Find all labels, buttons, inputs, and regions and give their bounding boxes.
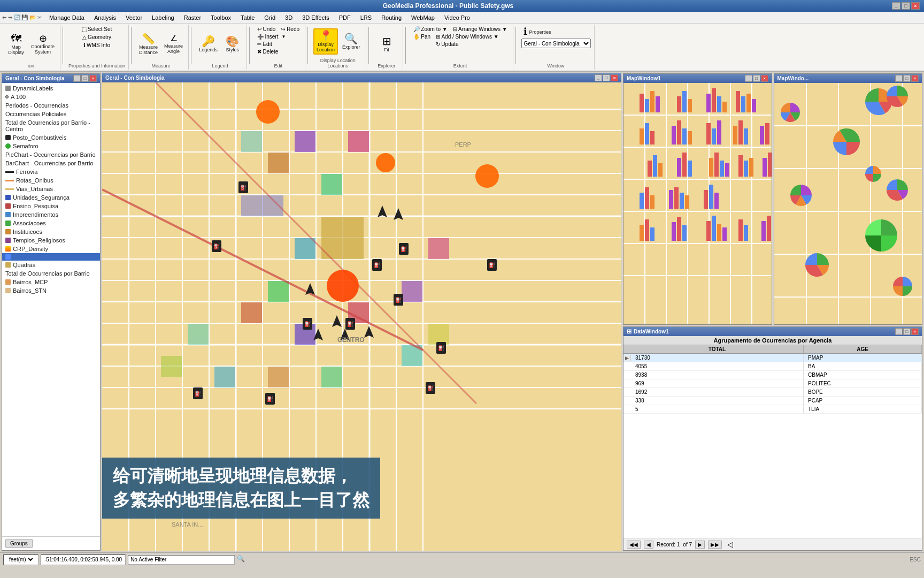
dw-close[interactable]: × — [911, 328, 919, 335]
measure-distance-btn[interactable]: 📏 MeasureDistance — [137, 32, 160, 56]
filter-icon[interactable]: 🔍 — [237, 555, 245, 565]
insert-dropdown-icon[interactable]: ▼ — [281, 34, 286, 39]
menu-raster[interactable]: Raster — [180, 13, 205, 22]
legend-item-empreendimentos[interactable]: Impreendimentos — [2, 210, 100, 219]
legend-item-total-barrio[interactable]: Total de Occurrencias por Barrio — [2, 269, 100, 278]
close-btn[interactable]: × — [911, 2, 920, 10]
menu-pdf[interactable]: PDF — [335, 13, 355, 22]
legend-item-selected[interactable] — [2, 253, 100, 261]
unit-select[interactable]: feet(m) — [7, 556, 35, 563]
edit-btn[interactable]: ✏ Edit — [255, 41, 274, 48]
nav-scroll[interactable]: ◁ — [727, 540, 733, 549]
nav-prev-btn[interactable]: ◀ — [644, 541, 653, 549]
legend-item-vias[interactable]: Vias_Urbanas — [2, 185, 100, 193]
menu-toolbox[interactable]: Toolbox — [206, 13, 235, 22]
menu-3d[interactable]: 3D — [281, 13, 297, 22]
legend-item-dynamic[interactable]: DynamicLabels — [2, 84, 100, 93]
arrange-windows-btn[interactable]: ⊟ Arrange Windows ▼ — [451, 26, 510, 33]
nav-last-btn[interactable]: ▶▶ — [708, 541, 722, 549]
redo-btn[interactable]: ↪ Redo — [279, 26, 302, 33]
legend-item-instituicoes[interactable]: Instituicoes — [2, 227, 100, 236]
measure-angle-btn[interactable]: ∠ MeasureAngle — [162, 33, 185, 55]
properties-btn[interactable]: ℹ Properties — [521, 26, 553, 37]
legend-close-btn[interactable]: × — [89, 75, 97, 82]
menu-manage-data[interactable]: Manage Data — [45, 13, 89, 22]
center-map-close[interactable]: × — [611, 74, 618, 81]
update-btn[interactable]: ↻ Update — [434, 41, 461, 48]
pan-btn[interactable]: ✋ Pan — [411, 33, 433, 40]
dw-maximize[interactable]: □ — [903, 328, 911, 335]
legend-item-rotas[interactable]: Rotas_Onibus — [2, 176, 100, 185]
zoom-to-btn[interactable]: 🔎 Zoom to ▼ — [411, 26, 450, 33]
menu-webmap[interactable]: WebMap — [407, 13, 439, 22]
dw-minimize[interactable]: _ — [895, 328, 903, 335]
styles-btn[interactable]: 🎨 Styles — [222, 35, 243, 54]
legend-item-quadras[interactable]: Quadras — [2, 261, 100, 269]
data-row-2[interactable]: 4055 BA — [623, 362, 922, 371]
center-map-win-controls[interactable]: _ □ × — [595, 74, 618, 81]
display-location-btn[interactable]: 📍 DisplayLocation — [313, 28, 338, 55]
filter-input[interactable] — [128, 555, 235, 565]
legend-item-bairros-stn[interactable]: Bairros_STN — [2, 286, 100, 295]
mw2-close[interactable]: × — [911, 75, 919, 82]
menu-video-pro[interactable]: Video Pro — [440, 13, 474, 22]
menu-vector[interactable]: Vector — [121, 13, 147, 22]
data-table-body[interactable]: ▶ 31730 PMAP 4055 BA 8938 CBMAP 969 — [623, 354, 922, 538]
mw2-maximize[interactable]: □ — [903, 75, 911, 82]
menu-lrs[interactable]: LRS — [356, 13, 376, 22]
legend-item-bairros-mcp[interactable]: Bairros_MCP — [2, 278, 100, 286]
map-window2-controls[interactable]: _ □ × — [895, 75, 919, 82]
legend-minimize-btn[interactable]: _ — [73, 75, 81, 82]
select-set-btn[interactable]: ⬚ Select Set — [80, 26, 114, 33]
status-unit[interactable]: feet(m) — [3, 554, 38, 565]
legend-item-barchart[interactable]: BarChart - Ocurrencias por Barrio — [2, 159, 100, 168]
data-row-5[interactable]: 1692 BOPE — [623, 388, 922, 397]
menu-3d-effects[interactable]: 3D Effects — [298, 13, 334, 22]
geometry-btn[interactable]: △ Geometry — [80, 34, 113, 41]
legend-item-seguranca[interactable]: Unidades_Segurança — [2, 193, 100, 202]
nav-next-btn[interactable]: ▶ — [695, 541, 705, 549]
wms-info-btn[interactable]: ℹ WMS Info — [81, 42, 112, 49]
legend-win-controls[interactable]: _ □ × — [73, 75, 97, 82]
minimize-btn[interactable]: _ — [892, 2, 900, 10]
data-row-3[interactable]: 8938 CBMAP — [623, 371, 922, 379]
maximize-btn[interactable]: □ — [902, 2, 910, 10]
legend-item-crp[interactable]: CRP_Density — [2, 245, 100, 253]
data-row-4[interactable]: 969 POLITEC — [623, 379, 922, 388]
menu-table[interactable]: Table — [236, 13, 259, 22]
legend-item-posto[interactable]: Posto_Combustiveis — [2, 133, 100, 142]
coordinate-system-btn[interactable]: ⊕ CoordinateSystem — [29, 33, 57, 56]
legend-item-associacoes[interactable]: Associacoes — [2, 219, 100, 227]
mw1-maximize[interactable]: □ — [753, 75, 760, 82]
center-map-maximize[interactable]: □ — [603, 74, 610, 81]
map-window2-content[interactable] — [774, 83, 922, 324]
insert-btn[interactable]: ➕ Insert — [255, 33, 281, 40]
legend-item-semaforo[interactable]: Semaforo — [2, 142, 100, 150]
fit-btn[interactable]: ⊞ Fit — [376, 35, 397, 54]
legend-item-total-centro[interactable]: Total de Ocurrencias por Barrio - Centro — [2, 118, 100, 133]
data-window-controls[interactable]: _ □ × — [895, 328, 919, 335]
data-row-7[interactable]: 5 TLIA — [623, 405, 922, 414]
menu-routing[interactable]: Routing — [377, 13, 406, 22]
data-row-1[interactable]: ▶ 31730 PMAP — [623, 354, 922, 362]
legend-item-periodos[interactable]: Periodos - Occurrencias — [2, 101, 100, 110]
map-window1-controls[interactable]: _ □ × — [745, 75, 768, 82]
legend-item-ferrovia[interactable]: Ferrovia — [2, 168, 100, 176]
data-row-6[interactable]: 338 PCAP — [623, 397, 922, 405]
map-display-btn[interactable]: 🗺 MapDisplay — [5, 32, 27, 56]
center-map-content[interactable]: ⛽ ⛽ ⛽ ⛽ ⛽ ⛽ ⛽ ⛽ ⛽ ⛽ ⛽ ⛽ — [102, 82, 621, 551]
mw2-minimize[interactable]: _ — [895, 75, 903, 82]
legend-item-ensino[interactable]: Ensino_Pesquisa — [2, 202, 100, 210]
nav-first-btn[interactable]: ◀◀ — [627, 541, 641, 549]
legend-item-100[interactable]: A 100 — [2, 93, 100, 101]
window-dropdown[interactable]: Geral - Con Simbologia — [521, 39, 591, 48]
explorer-btn[interactable]: 🔍 Explorer — [340, 32, 363, 51]
legend-item-occurrencias[interactable]: Occurrencias Policiales — [2, 110, 100, 118]
menu-labeling[interactable]: Labeling — [148, 13, 179, 22]
mw1-close[interactable]: × — [761, 75, 768, 82]
legend-item-piechart[interactable]: PieChart - Occurrencias por Barrio — [2, 150, 100, 159]
undo-btn[interactable]: ↩ Undo — [255, 26, 278, 33]
mw1-minimize[interactable]: _ — [745, 75, 752, 82]
map-window1-content[interactable] — [623, 83, 772, 324]
delete-btn[interactable]: ✖ Delete — [255, 48, 281, 55]
